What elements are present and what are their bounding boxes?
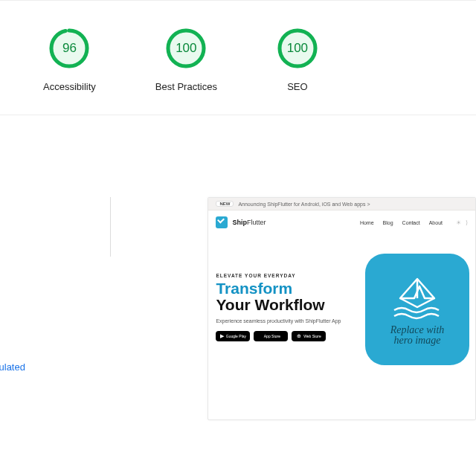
- hero-headline-2: Your Workflow: [216, 296, 358, 314]
- brand-light: Flutter: [247, 219, 266, 226]
- score-help-link[interactable]: ore is calculated .: [0, 360, 104, 389]
- hero-image-placeholder: Replace with hero image: [365, 254, 469, 365]
- script-line-2: hero image: [394, 335, 441, 346]
- gauge-value: 96: [48, 28, 90, 69]
- preview-header: ShipFlutter Home Blog Contact About ☀ ⟩: [208, 210, 475, 233]
- announcement-bar: NEW Announcing ShipFlutter for Android, …: [208, 198, 475, 210]
- google-play-badge: ▶Google Play: [216, 331, 250, 341]
- nav-item-about: About: [429, 220, 443, 225]
- badge-label: Web Store: [303, 334, 321, 338]
- preview-hero: ELEVATE YOUR EVERYDAY Transform Your Wor…: [208, 233, 475, 374]
- hero-headline-1: Transform: [216, 280, 358, 298]
- metric-accessibility: 96 Accessibility: [43, 28, 96, 92]
- brand: ShipFlutter: [216, 216, 266, 228]
- brand-name: ShipFlutter: [232, 219, 266, 226]
- metric-label: Best Practices: [155, 81, 217, 92]
- web-store-badge: ⊕Web Store: [292, 331, 326, 341]
- announcement-text: Announcing ShipFlutter for Android, iOS …: [238, 202, 370, 207]
- metric-label: Accessibility: [43, 81, 96, 92]
- globe-icon: ⊕: [297, 333, 301, 339]
- rss-icon: ⟩: [466, 219, 468, 226]
- app-store-badge: App Store: [254, 331, 288, 341]
- metric-best-practices: 100 Best Practices: [155, 28, 217, 92]
- link-line-1: ore is calculated: [0, 361, 25, 373]
- nav-item-home: Home: [360, 220, 374, 225]
- metric-label: SEO: [287, 81, 307, 92]
- hero-eyebrow: ELEVATE YOUR EVERYDAY: [216, 273, 358, 278]
- brand-logo-icon: [216, 216, 228, 228]
- gauge-accessibility: 96: [48, 28, 90, 69]
- nav-icons: ☀ ⟩: [456, 219, 468, 226]
- brand-strong: Ship: [232, 219, 247, 226]
- vertical-divider: [110, 197, 111, 257]
- gauge-value: 100: [277, 28, 318, 69]
- preview-nav: Home Blog Contact About ☀ ⟩: [360, 219, 468, 226]
- badge-label: App Store: [264, 334, 280, 338]
- gauge-value: 100: [165, 28, 207, 69]
- sun-icon: ☀: [456, 219, 461, 226]
- script-line-1: Replace with: [390, 324, 445, 335]
- play-icon: ▶: [220, 333, 224, 339]
- badge-label: Google Play: [226, 334, 246, 338]
- store-badges: ▶Google Play App Store ⊕Web Store: [216, 331, 358, 341]
- announcement-pill: NEW: [216, 201, 234, 207]
- paper-boat-icon: [385, 273, 449, 322]
- nav-item-blog: Blog: [383, 220, 393, 225]
- gauge-seo: 100: [277, 28, 318, 69]
- site-preview-thumbnail[interactable]: NEW Announcing ShipFlutter for Android, …: [208, 197, 476, 420]
- metric-seo: 100 SEO: [277, 28, 318, 92]
- hero-script-text: Replace with hero image: [390, 325, 445, 346]
- nav-item-contact: Contact: [402, 220, 420, 225]
- hero-text: ELEVATE YOUR EVERYDAY Transform Your Wor…: [216, 254, 358, 365]
- metrics-panel: 96 Accessibility 100 Best Practices 100 …: [0, 0, 476, 115]
- lower-section: ore is calculated . -100 NEW Announcing …: [0, 197, 476, 420]
- gauge-best-practices: 100: [165, 28, 207, 69]
- hero-subcopy: Experience seamless productivity with Sh…: [216, 318, 358, 324]
- left-column: ore is calculated . -100: [0, 197, 111, 420]
